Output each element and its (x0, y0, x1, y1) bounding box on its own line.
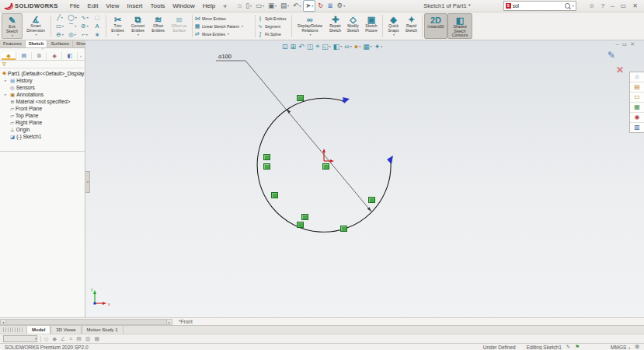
featuremanager-tab[interactable]: ◆ (2, 52, 16, 60)
section-view-icon[interactable]: ◫ (307, 43, 314, 51)
tree-item-annotations[interactable]: ▸▣Annotations (0, 91, 85, 98)
line-tool[interactable]: ╱▾ (54, 13, 66, 22)
relation-marker-5[interactable] (271, 192, 278, 198)
home-icon[interactable]: ⌂ (630, 72, 644, 82)
undo-icon[interactable]: ↶▾ (291, 1, 302, 11)
horizontal-scrollbar[interactable]: ◂ ▸ (0, 319, 172, 325)
relation-marker-9[interactable] (368, 197, 375, 203)
dropdown-caret-icon[interactable]: ▾ (12, 33, 13, 37)
expand-caret-icon[interactable]: ▸ (5, 93, 9, 96)
flag-icon[interactable]: ⚑ (575, 344, 580, 350)
relation-marker-2[interactable] (263, 154, 270, 160)
dropdown-caret-icon[interactable]: ▾ (242, 24, 243, 28)
tree-filter-row[interactable]: ∇ (0, 61, 85, 68)
propertymanager-tab[interactable]: ▤ (17, 52, 32, 60)
tree-item-sketch1[interactable]: ◪(-) Sketch1 (0, 133, 85, 140)
zoom-to-fit-icon[interactable]: ⊡ (282, 43, 288, 51)
tree-root-item[interactable]: ◆ Part1 (Default<<Default>_Display State (0, 68, 85, 77)
polygon-tool[interactable]: ◎▾ (66, 30, 78, 39)
menu-window[interactable]: Window (169, 2, 198, 9)
dropdown-caret-icon[interactable]: ▾ (287, 4, 289, 8)
dropdown-caret-icon[interactable]: ▾ (275, 4, 277, 8)
dropdown-caret-icon[interactable]: ▾ (117, 33, 119, 37)
magnified-selection-icon[interactable]: ⌖ (315, 42, 319, 51)
text-tool[interactable]: A (91, 22, 103, 30)
trim-entities-button[interactable]: ✂TrimEntities▾ (108, 13, 127, 39)
tree-item-origin[interactable]: ⊥Origin (0, 126, 85, 133)
relation-marker-7[interactable] (301, 214, 308, 220)
dropdown-caret-icon[interactable]: ▾ (350, 44, 352, 48)
panel-splitter-handle[interactable]: ◂ (85, 171, 90, 193)
expand-caret-icon[interactable]: ▸ (5, 79, 9, 82)
dropdown-caret-icon[interactable]: ▾ (381, 44, 382, 48)
dropdown-caret-icon[interactable]: ▾ (359, 44, 360, 48)
modify-sketch-button[interactable]: ◇ModifySketch (344, 13, 362, 39)
dropdown-caret-icon[interactable]: ▾ (35, 33, 37, 37)
custom-properties-icon[interactable]: ▥ (630, 123, 644, 132)
dimension-leader-line[interactable] (245, 61, 371, 212)
confirmation-corner-cancel-icon[interactable]: ✕ (616, 65, 624, 75)
circle-tool[interactable]: ◯▾ (66, 13, 78, 22)
rapid-sketch-button[interactable]: ✦RapidSketch (402, 13, 420, 39)
doc-close-icon[interactable]: ✕ (630, 41, 635, 47)
open-icon[interactable]: ▭▾ (254, 1, 266, 11)
units-selector[interactable]: MMGS ▾ (611, 345, 630, 350)
move-entities-button[interactable]: ⇄Move Entities▾ (194, 31, 253, 37)
smart-dimension-button[interactable]: ∡SmartDimension▾ (23, 13, 49, 39)
select-icon[interactable]: ➤▾ (303, 0, 315, 12)
convert-entities-button[interactable]: ⧉ConvertEntities▾ (127, 13, 148, 39)
sketch-origin[interactable] (316, 145, 336, 166)
quick-snaps-button[interactable]: ◈QuickSnaps▾ (385, 13, 402, 39)
configurationmanager-tab[interactable]: ⚙ (33, 52, 47, 60)
displaymanager-tab[interactable]: ◧ (63, 52, 78, 60)
tab-motion-study-1[interactable]: Motion Study 1 (82, 326, 124, 334)
file-explorer-icon[interactable]: ▦ (630, 103, 644, 113)
doc-restore-icon[interactable]: ▭ (622, 41, 628, 47)
file-properties-icon[interactable]: ≣ (325, 1, 334, 11)
dropdown-caret-icon[interactable]: ▾ (329, 44, 331, 48)
menu-tools[interactable]: Tools (147, 2, 169, 9)
slot-tool[interactable]: ⊖▾ (54, 30, 66, 39)
scroll-left-icon[interactable]: ◂ (0, 319, 6, 325)
relation-marker-1[interactable] (297, 95, 304, 101)
instant2d-button[interactable]: 2DInstant2D (424, 13, 447, 39)
dropdown-caret-icon[interactable]: ▾ (87, 24, 89, 28)
hide-show-items-icon[interactable]: ∞▾ (344, 43, 351, 51)
design-library-icon[interactable]: ▭ (630, 93, 644, 103)
viewport[interactable]: ⌀100 x y (85, 40, 644, 317)
dropdown-caret-icon[interactable]: ▾ (312, 4, 313, 8)
close-icon[interactable]: ✕ (629, 2, 641, 9)
tab-3d-views[interactable]: 3D Views (50, 326, 81, 334)
search-icon[interactable] (565, 3, 570, 9)
panel-tabs-overflow-icon[interactable]: › (78, 54, 83, 58)
help-icon[interactable]: ? (598, 2, 607, 9)
dropdown-caret-icon[interactable]: ▾ (75, 16, 77, 19)
repair-sketch-button[interactable]: ✚RepairSketch (326, 13, 344, 39)
fillet-tool[interactable]: ⌐▾ (78, 30, 91, 39)
filter-icon[interactable]: ∇ (2, 61, 6, 68)
point-tool[interactable]: ∗ (91, 30, 103, 39)
rebuild-icon[interactable]: ↻ (316, 1, 325, 11)
dropdown-caret-icon[interactable]: ▾ (371, 44, 372, 48)
relation-marker-3[interactable] (263, 163, 270, 170)
appearances-icon[interactable]: ◉ (630, 113, 644, 123)
tree-item-material-not-specified[interactable]: ≣Material <not specified> (0, 98, 85, 105)
search-input[interactable]: sol (513, 3, 563, 9)
login-icon[interactable]: ☺ (586, 2, 598, 9)
dropdown-caret-icon[interactable]: ▾ (75, 33, 76, 37)
ellipse-tool[interactable]: ⊘▾ (78, 22, 91, 30)
dropdown-caret-icon[interactable]: ▾ (340, 44, 342, 48)
tree-item-history[interactable]: ▸▤History (0, 77, 85, 84)
dropdown-caret-icon[interactable]: ▾ (228, 32, 229, 36)
dimxpertmanager-tab[interactable]: ◈ (47, 52, 62, 60)
motion-study-select[interactable]: ▾ (3, 335, 37, 342)
tree-item-front-plane[interactable]: ▱Front Plane (0, 105, 85, 112)
linear-sketch-pattern-button[interactable]: ▦Linear Sketch Pattern▾ (194, 23, 253, 30)
edit-appearance-icon[interactable]: ●▾ (354, 43, 360, 51)
menu-edit[interactable]: Edit (84, 2, 103, 9)
display-delete-relations-button[interactable]: ∞Display/DeleteRelations▾ (294, 13, 326, 39)
mirror-entities-button[interactable]: ⋈Mirror Entities (194, 16, 253, 22)
save-icon[interactable]: ▣▾ (266, 1, 278, 11)
diameter-dimension-label[interactable]: ⌀100 (218, 53, 231, 60)
solidworks-resources-icon[interactable]: ▤ (630, 82, 644, 93)
